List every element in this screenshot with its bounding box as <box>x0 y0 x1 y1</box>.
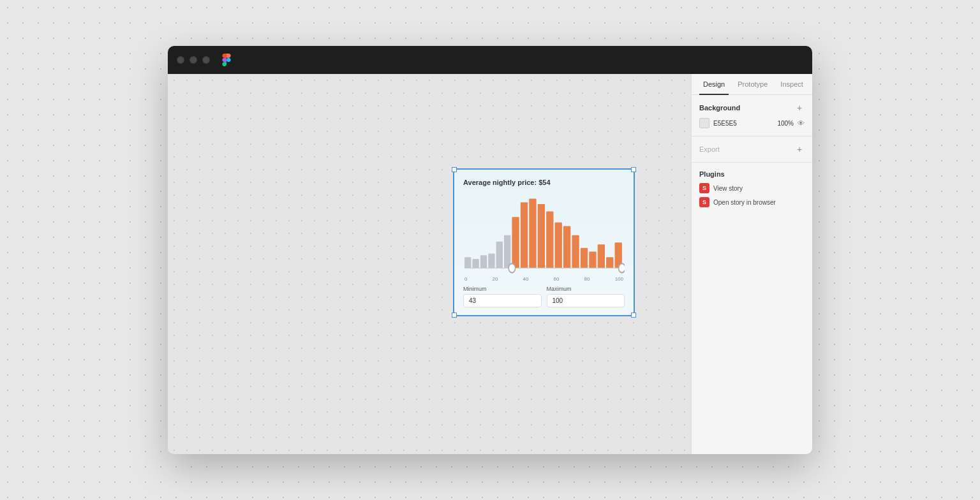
svg-rect-13 <box>572 235 579 268</box>
minimize-button[interactable] <box>189 56 197 64</box>
tab-prototype[interactable]: Prototype <box>734 74 771 94</box>
tab-inspect[interactable]: Inspect <box>776 74 806 94</box>
background-color-swatch[interactable] <box>699 118 709 128</box>
export-section: Export + <box>692 136 812 163</box>
svg-rect-9 <box>538 204 545 268</box>
plugin-icon-open-story: S <box>699 197 709 207</box>
handle-top-right[interactable] <box>631 167 636 172</box>
export-row: Export + <box>699 144 805 154</box>
background-add-button[interactable]: + <box>794 103 805 113</box>
close-button[interactable] <box>177 56 184 64</box>
handle-bottom-right[interactable] <box>631 312 636 318</box>
app-window: Average nightly price: $54 <box>168 46 812 454</box>
plugin-item-view-story[interactable]: S View story <box>699 183 805 193</box>
svg-rect-7 <box>521 202 528 268</box>
export-add-button[interactable]: + <box>794 144 805 154</box>
handle-top-left[interactable] <box>452 167 457 172</box>
canvas-widget[interactable]: Average nightly price: $54 <box>453 168 635 316</box>
histogram-chart <box>463 191 625 274</box>
svg-rect-10 <box>546 212 553 268</box>
plugin-icon-view-story: S <box>699 183 709 193</box>
chart-area <box>463 191 625 274</box>
svg-rect-2 <box>480 255 487 268</box>
svg-rect-11 <box>555 223 562 268</box>
svg-rect-4 <box>496 242 503 268</box>
background-header: Background + <box>699 103 805 113</box>
background-section: Background + E5E5E5 100% 👁 <box>692 95 812 136</box>
title-bar <box>168 46 812 74</box>
maximize-button[interactable] <box>202 56 210 64</box>
figma-logo <box>220 54 233 66</box>
svg-rect-15 <box>589 252 596 268</box>
export-title: Export <box>699 145 720 153</box>
tab-design[interactable]: Design <box>699 74 729 94</box>
plugin-label-view-story: View story <box>713 185 743 192</box>
svg-rect-17 <box>606 257 613 268</box>
panel-tabs: Design Prototype Inspect <box>692 74 812 95</box>
svg-point-20 <box>509 263 515 272</box>
svg-point-21 <box>619 263 625 272</box>
right-panel: Design Prototype Inspect Background + E5… <box>691 74 812 454</box>
svg-rect-3 <box>488 253 494 268</box>
plugins-title: Plugins <box>699 170 805 178</box>
svg-rect-5 <box>504 235 510 268</box>
background-opacity: 100% <box>777 120 794 127</box>
eye-icon[interactable]: 👁 <box>798 119 805 127</box>
background-color-hex[interactable]: E5E5E5 <box>713 120 773 127</box>
svg-rect-8 <box>529 198 536 268</box>
svg-rect-1 <box>472 259 479 268</box>
svg-rect-6 <box>512 217 519 268</box>
plugin-label-open-story: Open story in browser <box>713 199 776 206</box>
svg-rect-0 <box>464 257 471 268</box>
svg-rect-16 <box>598 244 605 268</box>
main-area: Average nightly price: $54 <box>168 74 812 454</box>
canvas[interactable]: Average nightly price: $54 <box>168 74 691 454</box>
handle-bottom-left[interactable] <box>452 312 457 318</box>
background-color-row: E5E5E5 100% 👁 <box>699 118 805 128</box>
traffic-lights <box>177 56 210 64</box>
svg-rect-12 <box>563 226 570 268</box>
svg-rect-14 <box>581 248 588 268</box>
plugins-section: Plugins S View story S Open story in bro… <box>692 163 812 219</box>
background-title: Background <box>699 104 740 112</box>
plugin-item-open-story[interactable]: S Open story in browser <box>699 197 805 207</box>
